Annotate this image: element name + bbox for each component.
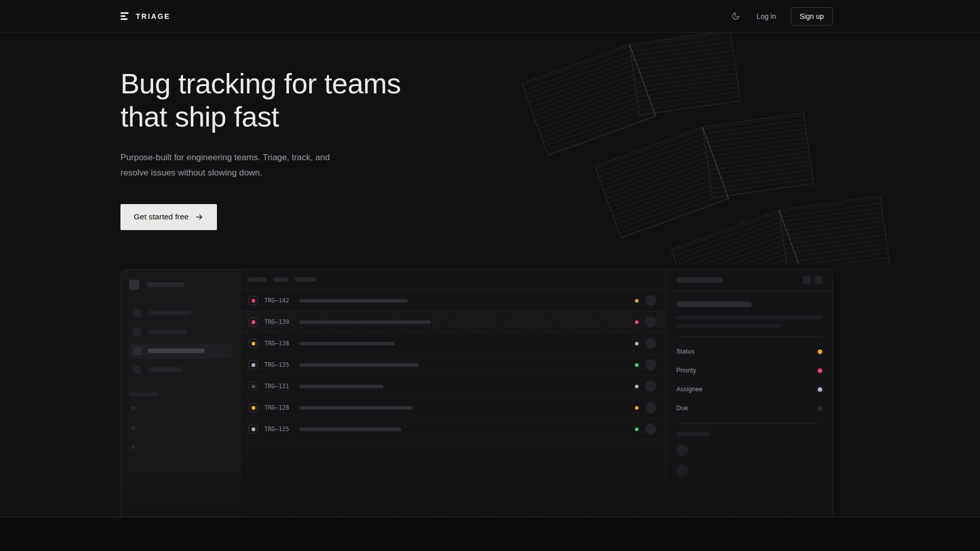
dot-placeholder [131,425,135,430]
issue-row: TRG–138 [240,333,666,355]
app-mockup: TRG–142 TRG–139 TRG–138 TRG–135 TRG–131 [120,269,833,517]
skeleton-pill [148,311,191,315]
panel-action-placeholder [803,276,811,284]
skeleton-pill [148,330,187,334]
sidebar-item [129,324,232,340]
issue-type-dot [252,385,255,388]
detail-field-dot [818,368,822,373]
skeleton-pill [676,278,723,283]
issue-type-icon [249,382,258,391]
detail-field-row: Due [676,399,822,418]
detail-field-label: Assignee [676,386,702,393]
issue-avatar-placeholder [645,316,656,328]
issue-title-placeholder [299,406,413,410]
sidebar-dots [129,406,232,449]
footer [0,517,980,551]
issue-title-placeholder [299,342,395,345]
issue-id: TRG–128 [264,404,293,411]
divider [129,382,232,382]
skeleton-pill [148,348,205,353]
issue-id: TRG–139 [264,318,293,325]
issue-type-icon [249,424,258,434]
brand-name: TRIAGE [136,12,170,20]
issue-row: TRG–135 [240,355,666,376]
issue-id: TRG–138 [264,340,293,347]
detail-field-label: Status [676,348,694,355]
issue-avatar-placeholder [645,338,656,349]
sidebar-item-icon-placeholder [133,309,141,317]
divider [676,336,822,337]
sidebar-item [129,362,232,378]
skeleton-pill [248,278,267,282]
detail-fields: Status Priority Assignee Due [676,342,822,418]
issue-id: TRG–142 [264,297,293,304]
activity-avatars [676,444,822,477]
issue-row: TRG–142 [240,290,666,312]
issue-id: TRG–131 [264,383,293,390]
issue-title-placeholder [299,320,431,324]
sidebar-logo-placeholder [129,280,139,290]
skeleton-pill [273,278,288,282]
sidebar-nav-items [129,306,232,378]
issue-status-dot [635,342,639,345]
sidebar-item-icon-placeholder [133,366,141,374]
issue-id: TRG–125 [264,425,293,433]
issue-avatar-placeholder [645,381,656,392]
issue-row: TRG–125 [240,419,666,440]
issue-avatar-placeholder [645,423,656,435]
issue-detail-panel: Status Priority Assignee Due [666,269,832,517]
issue-type-icon [249,339,258,348]
detail-field-label: Priority [676,367,696,374]
issue-list-column: TRG–142 TRG–139 TRG–138 TRG–135 TRG–131 [240,269,666,517]
skeleton-pill [148,367,183,372]
divider [129,300,232,300]
issue-type-dot [252,299,255,303]
issue-title-placeholder [299,428,401,431]
issue-type-dot [252,406,255,410]
theme-toggle-button[interactable] [729,10,742,22]
issue-status-dot [635,363,639,367]
issue-avatar-placeholder [645,295,656,306]
issue-type-dot [252,428,255,431]
issue-avatar-placeholder [645,359,656,370]
issue-list-header [240,269,666,290]
skeleton-pill [129,392,159,396]
detail-field-dot [818,406,822,411]
sidebar-item-selected [129,343,232,359]
issue-type-icon [249,403,258,412]
mockup-sidebar [121,269,240,517]
avatar-placeholder [676,444,689,457]
issue-status-dot [635,299,639,303]
issue-avatar-placeholder [645,402,656,413]
skeleton-line [676,324,781,328]
detail-field-row: Status [676,342,822,361]
skeleton-pill [295,278,316,282]
issue-status-dot [635,428,639,431]
hero-section: Bug tracking for teamsthat ship fast Pur… [0,33,980,230]
issue-title-placeholder [299,299,408,303]
issue-type-dot [252,342,255,345]
dot-placeholder [131,406,135,410]
issue-status-dot [635,385,639,388]
detail-field-dot [818,387,822,392]
skeleton-pill [146,282,184,287]
sign-up-button[interactable]: Sign up [791,7,833,26]
dot-placeholder [131,445,135,449]
issue-type-dot [252,363,255,367]
hero-heading: Bug tracking for teamsthat ship fast [120,67,980,134]
triage-logo-icon [120,12,130,20]
issue-status-dot [635,320,639,324]
issue-id: TRG–135 [264,361,293,368]
log-in-link[interactable]: Log in [756,12,776,20]
get-started-button[interactable]: Get started free [120,204,217,230]
brand[interactable]: TRIAGE [120,12,170,20]
sidebar-item-icon-placeholder [133,347,141,355]
issue-status-dot [635,406,639,410]
sidebar-item [129,306,232,321]
top-nav: TRIAGE Log in Sign up [0,0,980,33]
sidebar-header [129,280,232,290]
arrow-right-icon [195,213,204,221]
detail-field-row: Assignee [676,380,822,399]
issue-type-icon [249,296,258,305]
skeleton-pill [676,432,709,436]
